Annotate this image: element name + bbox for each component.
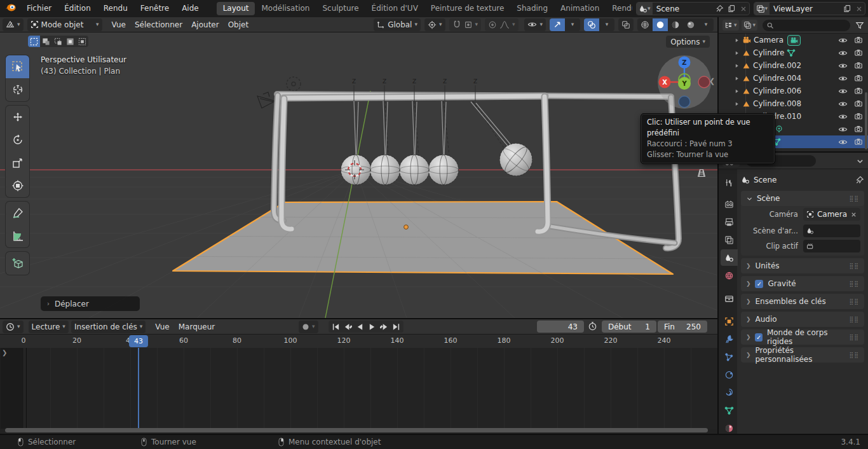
background-scene-field[interactable]: [803, 224, 860, 237]
select-mode-extend[interactable]: [40, 36, 52, 47]
tab-constraints-icon[interactable]: [721, 384, 738, 401]
scene-name[interactable]: Scene: [653, 4, 714, 13]
pivot-point-button[interactable]: ▾: [424, 18, 445, 31]
expand-arrow-icon[interactable]: [734, 38, 740, 43]
expand-arrow-icon[interactable]: [734, 76, 740, 81]
menu-selectionner[interactable]: Sélectionner: [130, 20, 187, 29]
tab-collection-icon[interactable]: [721, 290, 738, 307]
playhead-badge[interactable]: 43: [129, 335, 148, 347]
menu-vue[interactable]: Vue: [107, 20, 130, 29]
navigation-gizmo[interactable]: Z X Y: [656, 53, 713, 111]
transform-orientation[interactable]: Global ▾: [374, 18, 421, 31]
show-gizmo-toggle[interactable]: [550, 18, 565, 31]
camera-data-icon[interactable]: [787, 35, 801, 46]
disable-render-icon[interactable]: [854, 74, 863, 83]
outliner-row-cylindre-002[interactable]: Cylindre.002: [719, 59, 868, 72]
xray-toggle[interactable]: [618, 18, 634, 31]
timeline-body[interactable]: ❯: [0, 348, 717, 429]
outliner-display-mode-button[interactable]: ▾: [722, 20, 739, 31]
use-preview-range-icon[interactable]: [588, 321, 597, 333]
timeline-editor-type-button[interactable]: ▾: [3, 321, 24, 333]
tab-rendu-ws[interactable]: Rendu: [606, 2, 632, 15]
section-proprietes-personnalisees[interactable]: ❯Propriétés personnalisées⣿⣿: [741, 347, 864, 363]
overlays-dropdown[interactable]: ▾: [599, 18, 614, 31]
tool-cursor[interactable]: [6, 78, 29, 101]
tab-animation[interactable]: Animation: [554, 2, 606, 15]
outliner-scrollbar[interactable]: [865, 92, 867, 149]
timeline-ruler[interactable]: 0 20 40 60 80 100 120 140 160 180 200 22…: [0, 334, 717, 348]
tool-annotate[interactable]: [6, 202, 29, 224]
new-scene-icon[interactable]: [726, 4, 738, 13]
hide-viewport-icon[interactable]: [838, 99, 848, 109]
options-button[interactable]: Options▾: [666, 36, 710, 48]
tab-modelisation[interactable]: Modélisation: [255, 2, 316, 15]
hide-viewport-icon[interactable]: [838, 36, 848, 45]
outliner-filter-id-button[interactable]: ▾: [742, 20, 758, 31]
properties-options-chevron[interactable]: [856, 156, 864, 165]
menu-objet[interactable]: Objet: [224, 20, 253, 29]
tab-particles-icon[interactable]: [721, 349, 738, 365]
jump-to-start-button[interactable]: [330, 321, 342, 332]
disable-render-icon[interactable]: [854, 112, 863, 121]
prev-keyframe-button[interactable]: [342, 321, 354, 332]
delete-scene-icon[interactable]: [738, 5, 749, 13]
disable-render-icon[interactable]: [854, 99, 863, 108]
tool-scale[interactable]: [6, 151, 29, 174]
shading-rendered[interactable]: [683, 18, 698, 31]
expand-arrow-icon[interactable]: [734, 50, 740, 56]
tab-render-icon[interactable]: [721, 196, 738, 212]
menu-tl-vue[interactable]: Vue: [151, 322, 173, 331]
auto-keying-toggle[interactable]: ▾: [299, 321, 318, 333]
play-button[interactable]: [366, 321, 378, 332]
disable-render-icon[interactable]: [854, 61, 863, 70]
tab-peinture-texture[interactable]: Peinture de texture: [424, 2, 510, 15]
viewlayer-name[interactable]: ViewLayer: [770, 4, 841, 13]
hide-viewport-icon[interactable]: [838, 125, 848, 134]
shading-solid[interactable]: [653, 18, 668, 31]
show-hide-button[interactable]: ▾: [524, 18, 546, 31]
blender-logo[interactable]: [5, 3, 17, 14]
tool-measure[interactable]: [6, 224, 29, 247]
outliner-row-cylindre[interactable]: Cylindre: [719, 46, 868, 59]
outliner-filter-icon[interactable]: [855, 20, 864, 30]
proportional-edit-button[interactable]: ▾: [485, 18, 519, 31]
mode-selector[interactable]: Mode objet ▾: [27, 18, 102, 31]
tool-add-cube[interactable]: [6, 252, 29, 275]
hide-viewport-icon[interactable]: [838, 48, 848, 58]
menu-marqueur[interactable]: Marqueur: [174, 322, 220, 331]
pin-id-icon[interactable]: [855, 176, 864, 185]
section-unites[interactable]: ❯Unités⣿⣿: [741, 258, 864, 273]
select-mode-subtract[interactable]: [52, 36, 64, 47]
rigidbody-world-checkbox[interactable]: ✓: [755, 333, 762, 342]
tab-world-icon[interactable]: [721, 267, 738, 284]
hide-viewport-icon[interactable]: [838, 74, 848, 83]
outliner-row-camera[interactable]: Camera: [719, 34, 868, 46]
tool-select-box[interactable]: [6, 55, 29, 78]
snap-toggle[interactable]: ▾: [449, 18, 482, 31]
menu-insertion-cles[interactable]: Insertion de clés▾: [71, 321, 146, 333]
pin-icon[interactable]: [714, 4, 726, 13]
section-audio[interactable]: ❯Audio⣿⣿: [741, 312, 864, 327]
mesh-data-icon[interactable]: [787, 48, 796, 57]
hide-viewport-icon[interactable]: [838, 86, 848, 96]
select-mode-intersect[interactable]: [76, 36, 88, 47]
outliner-search-input[interactable]: [763, 20, 850, 31]
tab-tool-icon[interactable]: [721, 174, 738, 191]
tab-edition-uv[interactable]: Édition d'UV: [365, 2, 424, 15]
drag-grip[interactable]: ⣿⣿: [850, 195, 859, 202]
expand-arrow-icon[interactable]: [734, 101, 740, 107]
toggle-grid-icon[interactable]: [696, 167, 707, 181]
delete-viewlayer-icon[interactable]: [853, 5, 865, 13]
menu-fichier[interactable]: Fichier: [20, 0, 58, 17]
tab-sculpture[interactable]: Sculpture: [316, 2, 365, 15]
expand-arrow-icon[interactable]: [734, 88, 740, 94]
tab-physics-icon[interactable]: [721, 366, 738, 383]
tab-shading[interactable]: Shading: [510, 2, 554, 15]
menu-rendu[interactable]: Rendu: [97, 0, 134, 17]
tool-move[interactable]: [6, 106, 29, 128]
menu-ajouter[interactable]: Ajouter: [187, 20, 224, 29]
current-frame-field[interactable]: 43: [537, 321, 584, 333]
camera-field[interactable]: Camera: [803, 208, 860, 221]
end-frame-field[interactable]: Fin250: [658, 321, 707, 333]
section-gravite[interactable]: ❯✓Gravité⣿⣿: [741, 276, 864, 291]
